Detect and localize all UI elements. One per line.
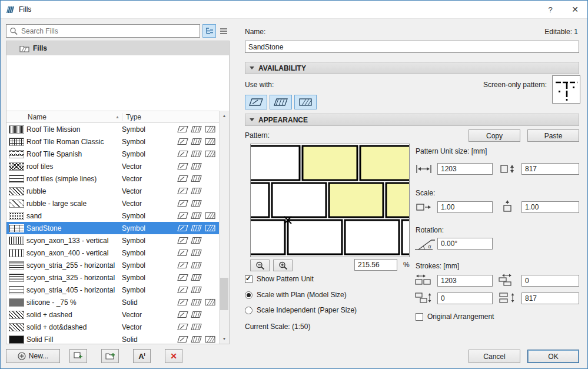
duplicate-button[interactable] <box>69 349 87 363</box>
fill-preview-swatch <box>9 212 24 220</box>
fill-name: scyon_stria_255 - horizontal <box>26 261 122 270</box>
drafting-fill-icon <box>176 335 190 343</box>
scrollbar-thumb[interactable] <box>220 278 228 310</box>
stroke-x2-input[interactable] <box>521 275 579 287</box>
show-pattern-unit-checkbox[interactable] <box>245 275 253 283</box>
scale-x-input[interactable] <box>437 201 493 213</box>
scale-label: Scale: <box>416 189 435 197</box>
unit-height-input[interactable] <box>521 163 579 175</box>
fill-row[interactable]: SandStone Symbol <box>6 222 219 234</box>
help-button[interactable]: ? <box>538 1 563 18</box>
show-pattern-unit-field: Show Pattern Unit <box>245 275 314 283</box>
scale-y-input[interactable] <box>521 201 579 213</box>
fill-name: solid + dot&dashed <box>26 323 122 331</box>
tree-view-icon <box>205 28 214 35</box>
delete-button[interactable]: ✕ <box>165 349 182 363</box>
search-input[interactable] <box>20 26 200 36</box>
cover-fill-icon <box>190 138 203 145</box>
original-arrangement-checkbox[interactable] <box>416 313 423 321</box>
use-with-cut-button[interactable] <box>294 95 317 109</box>
scale-x-icon <box>416 202 432 212</box>
section-appearance[interactable]: APPEARANCE <box>245 114 579 126</box>
ok-button[interactable]: OK <box>527 350 579 363</box>
rename-icon: AI <box>138 352 145 361</box>
use-with-cover-button[interactable] <box>270 95 292 109</box>
stroke-y2-input[interactable] <box>521 292 579 304</box>
section-availability[interactable]: AVAILABILITY <box>245 62 579 74</box>
tree-view-button[interactable] <box>202 24 216 38</box>
cover-fill-icon <box>190 150 203 158</box>
fill-row[interactable]: Roof Tile Spanish Symbol <box>6 148 219 160</box>
fill-row[interactable]: rubble - large scale Vector <box>6 197 219 210</box>
fill-row[interactable]: Roof Tile Roman Classic Symbol <box>6 135 219 148</box>
column-header-type[interactable]: Type <box>122 113 219 121</box>
fill-row[interactable]: roof tiles (simple lines) Vector <box>6 172 219 185</box>
cover-fill-icon <box>190 261 203 269</box>
scale-independent-radio[interactable] <box>245 307 253 314</box>
rotation-input[interactable] <box>437 238 493 250</box>
fill-row[interactable]: sand Symbol <box>6 210 219 222</box>
cancel-button[interactable]: Cancel <box>469 350 520 363</box>
fill-name: sand <box>26 212 122 220</box>
drafting-fill-icon <box>176 249 190 257</box>
pattern-unit-size-label: Pattern Unit size: [mm] <box>416 147 487 155</box>
cut-fill-icon <box>203 298 217 306</box>
fill-row[interactable]: rubble Vector <box>6 185 219 197</box>
list-scrollbar[interactable]: ▲ ▼ <box>219 111 229 344</box>
fill-type: Solid <box>122 298 176 307</box>
stroke-x1-input[interactable] <box>437 275 493 287</box>
fill-type: Symbol <box>122 212 176 220</box>
fill-row[interactable]: Solid Fill Solid <box>6 333 219 344</box>
zoom-percent-input[interactable] <box>354 259 397 271</box>
fill-row[interactable]: scyon_axon_400 - vertical Symbol <box>6 247 219 259</box>
plus-circle-icon <box>18 352 26 360</box>
new-folder-button[interactable] <box>101 349 119 363</box>
fill-name: rubble - large scale <box>26 200 122 208</box>
fill-row[interactable]: scyon_axon_133 - vertical Symbol <box>6 234 219 247</box>
fill-row[interactable]: solid + dashed Vector <box>6 308 219 321</box>
scroll-up-icon[interactable]: ▲ <box>220 111 229 121</box>
fill-preview-swatch <box>9 200 24 208</box>
cover-fill-icon <box>190 200 203 207</box>
fill-name-input[interactable] <box>245 41 579 53</box>
unit-width-input[interactable] <box>437 163 493 175</box>
fill-type: Symbol <box>122 249 176 257</box>
fill-row[interactable]: scyon_stria_405 - horizontal Symbol <box>6 284 219 296</box>
paste-button[interactable]: Paste <box>527 129 579 142</box>
fill-type: Vector <box>122 323 176 331</box>
folder-label: Fills <box>33 44 47 52</box>
use-with-drafting-button[interactable] <box>245 95 267 109</box>
stroke-y1-input[interactable] <box>437 292 493 304</box>
fill-preview-swatch <box>9 323 24 331</box>
fills-dialog: Fills ? ✕ Fills Name ▲ Type Roof Tile Mi… <box>0 0 588 369</box>
fill-row[interactable]: solid + dot&dashed Vector <box>6 321 219 333</box>
fill-row[interactable]: scyon_stria_325 - horizontal Symbol <box>6 271 219 284</box>
column-header-name[interactable]: Name ▲ <box>6 113 122 121</box>
fill-name: Roof Tile Spanish <box>26 150 122 158</box>
zoom-in-button[interactable] <box>273 260 293 271</box>
zoom-out-button[interactable] <box>250 260 270 271</box>
drafting-fill-icon <box>176 261 190 269</box>
fill-preview-swatch <box>9 125 24 134</box>
rename-button[interactable]: AI <box>133 349 151 363</box>
close-button[interactable]: ✕ <box>563 1 587 18</box>
fill-row[interactable]: scyon_stria_255 - horizontal Symbol <box>6 259 219 271</box>
stroke-offset-vertical-icon <box>414 291 432 304</box>
name-label: Name: <box>245 28 265 36</box>
use-with-label: Use with: <box>245 81 274 89</box>
scale-with-plan-radio[interactable] <box>245 291 253 299</box>
window-title: Fills <box>19 5 31 14</box>
fill-row[interactable]: Roof Tile Mission Symbol <box>6 123 219 135</box>
fill-type: Symbol <box>122 286 176 294</box>
pattern-preview[interactable] <box>250 144 410 257</box>
list-view-button[interactable] <box>217 24 230 38</box>
cover-fill-icon <box>190 237 203 244</box>
new-button[interactable]: New... <box>6 349 60 363</box>
fill-row[interactable]: roof tiles Vector <box>6 160 219 172</box>
copy-button[interactable]: Copy <box>469 129 520 142</box>
drafting-fill-icon <box>176 138 190 145</box>
percent-label: % <box>403 261 410 269</box>
fill-row[interactable]: silicone - _75 % Solid <box>6 296 219 308</box>
folder-item-fills[interactable]: Fills <box>6 41 229 55</box>
scroll-down-icon[interactable]: ▼ <box>220 334 229 344</box>
